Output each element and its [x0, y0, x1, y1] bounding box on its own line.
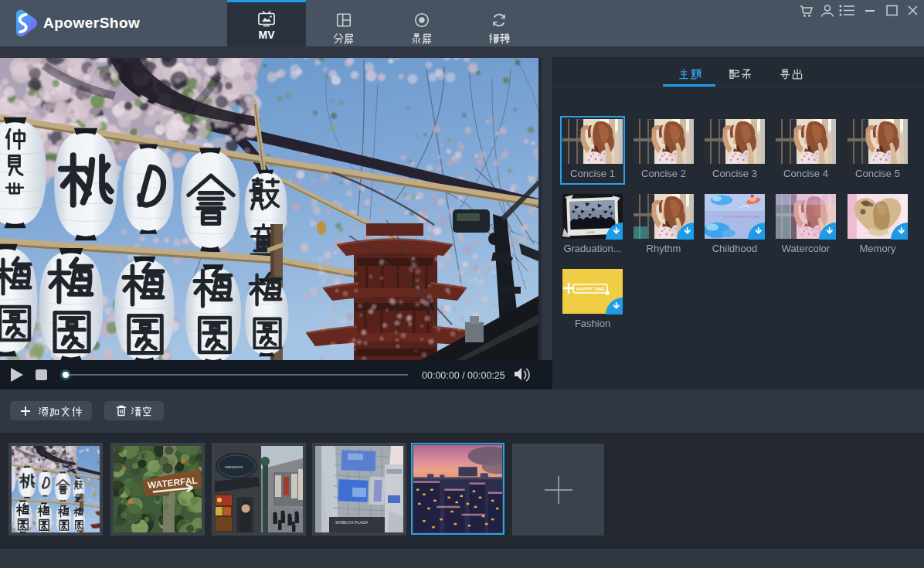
- svg-text:00:00:00 / 00:00:25: 00:00:00 / 00:00:25: [422, 370, 505, 381]
